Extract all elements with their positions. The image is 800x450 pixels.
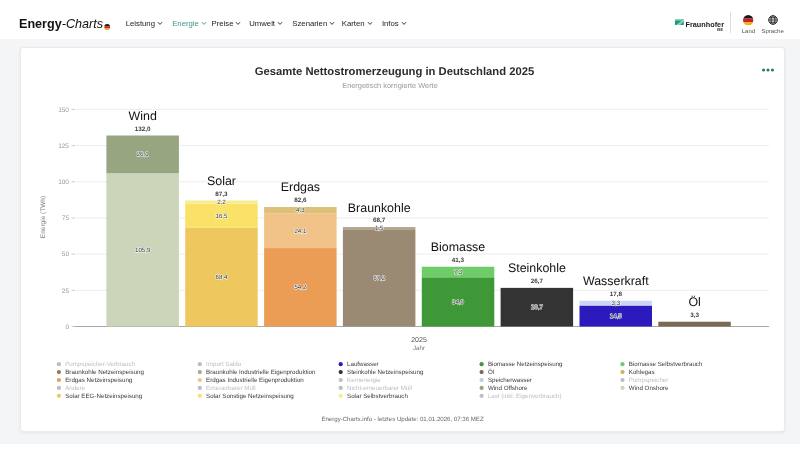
- svg-text:105,9: 105,9: [135, 247, 151, 254]
- svg-text:50: 50: [62, 251, 70, 258]
- svg-text:54,2: 54,2: [294, 284, 307, 291]
- svg-text:26,7: 26,7: [531, 304, 544, 311]
- svg-text:2,2: 2,2: [217, 199, 226, 206]
- svg-text:Jahr: Jahr: [413, 345, 425, 352]
- svg-text:34,0: 34,0: [452, 299, 465, 306]
- svg-text:Import Saldo: Import Saldo: [206, 361, 242, 368]
- svg-text:Solar: Solar: [207, 174, 236, 188]
- svg-text:132,0: 132,0: [135, 126, 151, 133]
- svg-text:Pumpspeicher: Pumpspeicher: [629, 377, 669, 384]
- svg-text:Biomasse Netzeinspeisung: Biomasse Netzeinspeisung: [488, 361, 563, 368]
- svg-text:87,3: 87,3: [215, 191, 228, 198]
- svg-text:Kohlegas: Kohlegas: [629, 369, 655, 376]
- svg-text:82,6: 82,6: [294, 197, 307, 204]
- svg-text:Erdgas: Erdgas: [281, 180, 320, 194]
- svg-text:Öl: Öl: [688, 295, 700, 309]
- svg-text:Wind: Wind: [129, 109, 157, 123]
- svg-text:Wasserkraft: Wasserkraft: [583, 274, 649, 288]
- svg-text:Pumpspeicher-Verbrauch: Pumpspeicher-Verbrauch: [65, 361, 135, 368]
- svg-text:67,2: 67,2: [373, 275, 386, 282]
- svg-text:17,8: 17,8: [610, 291, 623, 298]
- svg-text:Last (inkl. Eigenverbrauch): Last (inkl. Eigenverbrauch): [488, 393, 562, 400]
- svg-text:Energie (TWh): Energie (TWh): [40, 196, 47, 238]
- svg-text:Wind Onshore: Wind Onshore: [629, 385, 669, 392]
- svg-text:125: 125: [58, 143, 69, 150]
- svg-text:16,5: 16,5: [215, 213, 228, 220]
- svg-text:Braunkohle: Braunkohle: [348, 201, 411, 215]
- svg-text:3,3: 3,3: [611, 300, 620, 307]
- svg-text:75: 75: [62, 215, 70, 222]
- svg-text:24,1: 24,1: [294, 228, 307, 235]
- svg-text:Erneuerbarer Müll: Erneuerbarer Müll: [206, 385, 256, 392]
- svg-text:Wind Offshore: Wind Offshore: [488, 385, 528, 392]
- svg-text:Öl: Öl: [488, 368, 494, 376]
- svg-text:150: 150: [58, 107, 69, 114]
- svg-text:3,3: 3,3: [690, 312, 699, 319]
- svg-text:Erdgas Netzeinspeisung: Erdgas Netzeinspeisung: [65, 377, 133, 384]
- svg-text:2025: 2025: [411, 337, 427, 344]
- svg-text:Braunkohle Netzeinspeisung: Braunkohle Netzeinspeisung: [65, 369, 144, 376]
- svg-text:41,3: 41,3: [452, 257, 465, 264]
- svg-text:0: 0: [65, 324, 69, 331]
- svg-text:26,1: 26,1: [137, 151, 150, 158]
- svg-text:Nicht-erneuerbarer Müll: Nicht-erneuerbarer Müll: [347, 385, 412, 392]
- svg-text:68,7: 68,7: [373, 217, 386, 224]
- svg-text:Biomasse: Biomasse: [431, 240, 486, 254]
- svg-text:1,5: 1,5: [375, 225, 384, 232]
- svg-text:Gesamte Nettostromerzeugung in: Gesamte Nettostromerzeugung in Deutschla…: [255, 66, 534, 78]
- svg-text:Steinkohle Netzeinspeisung: Steinkohle Netzeinspeisung: [347, 369, 424, 376]
- svg-text:Erdgas Industrielle Eigenprodu: Erdgas Industrielle Eigenproduktion: [206, 377, 304, 384]
- svg-text:Biomasse Selbstverbrauch: Biomasse Selbstverbrauch: [629, 361, 703, 368]
- svg-text:Andere: Andere: [65, 385, 86, 392]
- svg-text:Energy-Charts.info - letztes U: Energy-Charts.info - letztes Update: 01.…: [321, 416, 484, 423]
- svg-text:Solar Selbstverbrauch: Solar Selbstverbrauch: [347, 393, 408, 400]
- svg-text:Solar EEG-Netzeinspeisung: Solar EEG-Netzeinspeisung: [65, 393, 143, 400]
- svg-text:Kernenergie: Kernenergie: [347, 377, 381, 384]
- svg-text:14,5: 14,5: [610, 313, 623, 320]
- svg-text:Energetisch korrigierte Werte: Energetisch korrigierte Werte: [342, 81, 438, 90]
- svg-text:Steinkohle: Steinkohle: [508, 261, 566, 275]
- svg-text:25: 25: [62, 288, 70, 295]
- svg-text:Speicherwasser: Speicherwasser: [488, 377, 532, 384]
- svg-text:68,4: 68,4: [215, 274, 228, 281]
- svg-text:7,3: 7,3: [454, 269, 463, 276]
- svg-text:26,7: 26,7: [531, 278, 544, 285]
- svg-text:4,3: 4,3: [296, 207, 305, 214]
- svg-text:Laufwasser: Laufwasser: [347, 361, 379, 368]
- svg-text:100: 100: [58, 179, 69, 186]
- svg-text:Solar Sonstige Netzeinspeisung: Solar Sonstige Netzeinspeisung: [206, 393, 294, 400]
- svg-text:Braunkohle Industrielle Eigenp: Braunkohle Industrielle Eigenproduktion: [206, 369, 316, 376]
